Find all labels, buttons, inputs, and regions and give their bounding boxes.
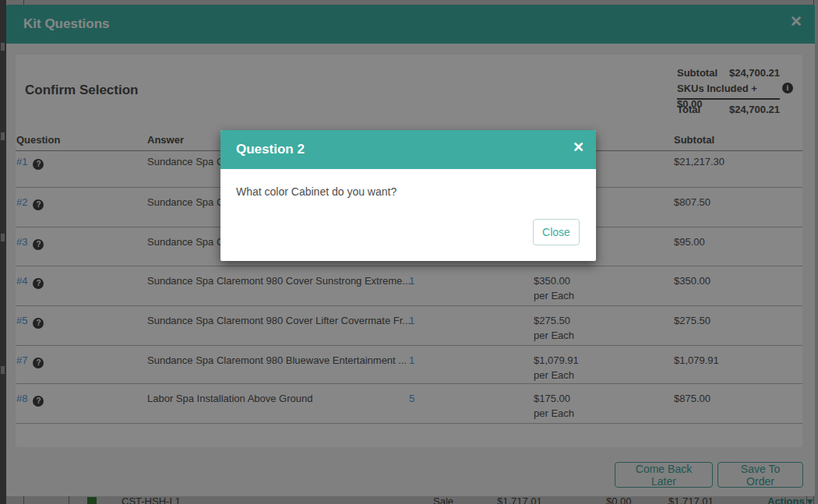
screen: CST-HSH-L1 Sale $1,717.01 $0.00 $1,717.0… bbox=[0, 0, 818, 504]
question-text: What color Cabinet do you want? bbox=[236, 185, 397, 198]
close-button[interactable]: Close bbox=[533, 219, 580, 245]
question-modal-title: Question 2 bbox=[236, 142, 305, 157]
question-2-modal: Question 2 ✕ What color Cabinet do you w… bbox=[220, 130, 596, 261]
close-icon[interactable]: ✕ bbox=[573, 140, 584, 154]
